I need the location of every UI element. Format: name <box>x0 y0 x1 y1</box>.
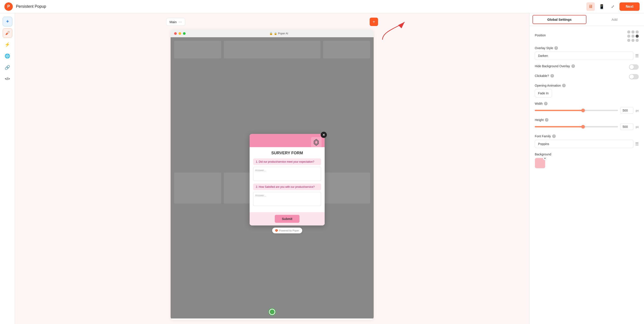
pos-dot-ml[interactable] <box>627 35 630 38</box>
font-family-label: Font Family <box>535 135 551 138</box>
sidebar-item-globe[interactable]: 🌐 <box>3 51 12 61</box>
add-block-button[interactable]: + <box>370 18 378 26</box>
pos-dot-tl[interactable] <box>627 30 630 33</box>
font-family-menu-icon[interactable]: ☰ <box>635 142 639 146</box>
clickable-label: Clickable? <box>535 74 549 78</box>
answer-placeholder-1: Answer... <box>255 169 266 172</box>
clickable-help[interactable]: ? <box>550 74 554 78</box>
browser-dot-green <box>183 32 186 35</box>
bg-block-1 <box>174 41 221 58</box>
url-text: 🔒 Poper AI <box>274 32 288 35</box>
height-slider-row: px <box>535 123 639 130</box>
height-help[interactable]: ? <box>545 118 548 122</box>
popup-logo-icon <box>312 139 320 146</box>
browser-dot-yellow <box>178 32 181 35</box>
topbar: P Persistent Popup 🖥 📱 ⤢ Next <box>0 0 644 13</box>
answer-field-1[interactable]: Answer... <box>253 167 321 181</box>
poper-icon: 🅟 <box>275 229 278 232</box>
background-close-button[interactable]: ✕ <box>543 156 547 160</box>
tablet-icon: 📱 <box>599 4 604 9</box>
font-family-help[interactable]: ? <box>552 135 556 138</box>
popup-footer: Submit <box>250 212 325 225</box>
dropdown-dots-icon: ⋯ <box>178 20 182 24</box>
submit-button[interactable]: Submit <box>275 215 299 223</box>
pos-dot-mr[interactable] <box>636 35 639 38</box>
sidebar-item-link[interactable]: 🔗 <box>3 63 12 72</box>
bg-block-3 <box>323 41 370 58</box>
main-dropdown-label: Main <box>170 20 177 24</box>
monitor-button[interactable]: 🖥 <box>586 2 595 11</box>
sidebar-item-brush[interactable]: 🖌 <box>3 28 12 38</box>
logo-text: P <box>7 4 10 9</box>
font-family-row: Poppins ☰ <box>535 140 639 148</box>
height-label-row: Height ? <box>535 118 639 122</box>
tab-add[interactable]: Add <box>588 15 641 23</box>
background-label-row: Background <box>535 153 639 156</box>
clickable-toggle[interactable] <box>629 74 639 79</box>
hide-bg-overlay-help[interactable]: ? <box>572 64 575 68</box>
opening-animation-label-row: Opening Animation ? <box>535 84 639 87</box>
sidebar-item-ai[interactable]: ✦ <box>3 17 12 26</box>
pos-dot-bc[interactable] <box>632 39 634 42</box>
width-input[interactable] <box>620 107 634 114</box>
expand-button[interactable]: ⤢ <box>608 2 617 11</box>
tab-global-settings[interactable]: Global Settings <box>532 15 586 24</box>
green-dot-indicator <box>269 309 275 315</box>
width-label: Width <box>535 102 543 105</box>
topbar-right: 🖥 📱 ⤢ Next <box>586 2 640 11</box>
pos-dot-mc[interactable] <box>632 35 634 38</box>
clickable-section: Clickable? ? <box>535 74 639 79</box>
opening-animation-help[interactable]: ? <box>562 84 566 87</box>
overlay-style-select[interactable]: Darken <box>535 52 634 60</box>
panel-tabs: Global Settings Add <box>530 13 644 26</box>
tablet-button[interactable]: 📱 <box>598 2 606 11</box>
popup-body: SURVERY FORM 1. Did our product/service … <box>250 147 325 212</box>
browser-dot-red <box>174 32 177 35</box>
popup-logo <box>311 137 322 148</box>
background-row: ✕ <box>535 158 639 168</box>
monitor-icon: 🖥 <box>588 4 593 9</box>
expand-icon: ⤢ <box>611 4 614 9</box>
canvas-toolbar: Main ⋯ + <box>166 18 378 26</box>
width-help[interactable]: ? <box>544 102 548 105</box>
height-input[interactable] <box>620 123 634 130</box>
pos-dot-br[interactable] <box>636 39 639 42</box>
width-slider-thumb[interactable] <box>581 109 585 112</box>
overlay-style-section: Overlay Style ? Darken ☰ <box>535 46 639 60</box>
background-section: Background ✕ <box>535 153 639 168</box>
next-button[interactable]: Next <box>620 2 640 11</box>
link-icon: 🔗 <box>5 65 10 70</box>
pos-dot-bl[interactable] <box>627 39 630 42</box>
browser-frame: 🔒 🔒 Poper AI <box>170 29 374 320</box>
app-logo: P <box>4 2 13 11</box>
overlay-style-menu-icon[interactable]: ☰ <box>635 53 639 58</box>
sidebar-item-code[interactable]: </> <box>3 74 12 84</box>
hide-bg-overlay-section: Hide Background Overlay ? <box>535 64 639 70</box>
bg-block-2 <box>224 41 320 58</box>
pos-dot-tr[interactable] <box>636 30 639 33</box>
opening-animation-select[interactable]: Fade In <box>535 89 552 97</box>
question-2: 2. How Satisfied are you with our produc… <box>253 184 321 190</box>
lock-icon: 🔒 <box>269 32 273 35</box>
main-dropdown[interactable]: Main ⋯ <box>166 18 185 26</box>
overlay-style-help[interactable]: ? <box>554 46 558 50</box>
sidebar-item-cursor[interactable]: ⚡ <box>3 40 12 49</box>
hide-bg-overlay-toggle[interactable] <box>629 64 639 70</box>
background-color-swatch[interactable]: ✕ <box>535 158 545 168</box>
width-slider-row: px <box>535 107 639 114</box>
plus-icon: + <box>372 19 375 24</box>
topbar-left: P Persistent Popup <box>4 2 46 11</box>
pos-dot-tc[interactable] <box>632 30 634 33</box>
width-slider-track[interactable] <box>535 110 618 111</box>
font-family-section: Font Family ? Poppins ☰ <box>535 135 639 148</box>
page-title: Persistent Popup <box>16 4 46 9</box>
font-family-label-row: Font Family ? <box>535 135 639 138</box>
popup-close-button[interactable]: ✕ <box>321 132 327 138</box>
position-grid[interactable] <box>627 30 639 42</box>
font-family-select[interactable]: Poppins <box>535 140 634 148</box>
height-slider-track[interactable] <box>535 126 618 127</box>
answer-field-2[interactable]: Answer... <box>253 192 321 206</box>
sidebar: ✦ 🖌 ⚡ 🌐 🔗 </> <box>0 13 15 324</box>
height-slider-thumb[interactable] <box>581 125 585 129</box>
question-1: 1. Did our product/service meet your exp… <box>253 159 321 165</box>
